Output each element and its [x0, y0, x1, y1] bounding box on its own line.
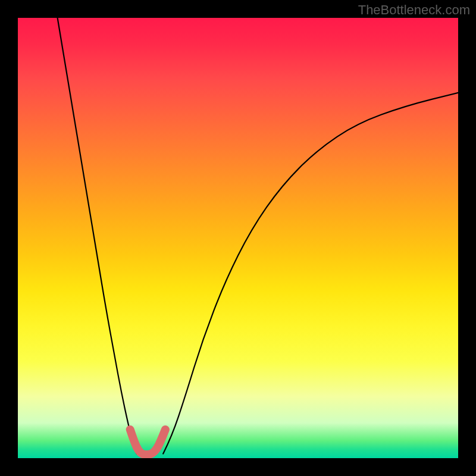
series-path [130, 430, 165, 455]
plot-area [18, 18, 458, 458]
series-path [58, 18, 137, 454]
watermark-text: TheBottleneck.com [358, 2, 470, 18]
curve-layer [18, 18, 458, 458]
series-path [163, 93, 458, 454]
